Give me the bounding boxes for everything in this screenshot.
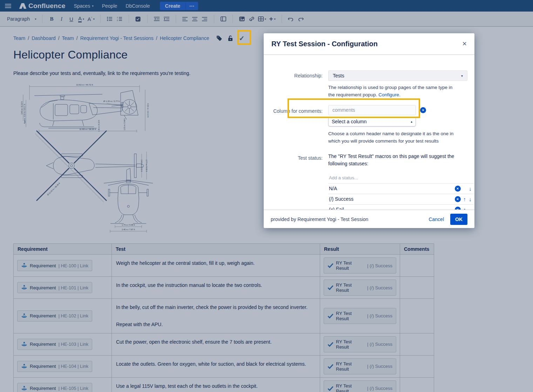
- column-comments-label: Column for comments:: [271, 105, 323, 153]
- status-description: The "RY Test Result" macros on this page…: [328, 153, 465, 167]
- relationship-help: The relationship is used to group pages …: [328, 84, 458, 99]
- status-row-success: (/) Success × ↑ ↓: [328, 194, 474, 204]
- move-down-icon[interactable]: ↓: [469, 186, 472, 192]
- move-down-icon[interactable]: ↓: [469, 196, 472, 202]
- remove-status-icon[interactable]: ×: [455, 196, 461, 202]
- move-up-icon[interactable]: ↑: [463, 196, 466, 202]
- ok-button[interactable]: OK: [450, 214, 467, 225]
- cancel-button[interactable]: Cancel: [429, 216, 444, 222]
- ry-config-modal: RY Test Session - Configuration × Relati…: [264, 33, 474, 228]
- provided-by-text: provided by Requirement Yogi - Test Sess…: [271, 216, 429, 222]
- configure-link[interactable]: Configure.: [378, 92, 400, 97]
- relationship-select[interactable]: Tests ▾: [328, 70, 467, 81]
- status-row-fail: (x) Fail × ↑: [328, 204, 474, 209]
- relationship-label: Relationship:: [271, 70, 323, 105]
- move-up-icon[interactable]: ↑: [463, 207, 466, 209]
- test-status-label: Test status:: [271, 153, 323, 209]
- clear-column-icon[interactable]: ×: [420, 107, 426, 113]
- chevron-up-icon: ▴: [411, 120, 412, 123]
- remove-status-icon[interactable]: ×: [455, 207, 461, 209]
- remove-status-icon[interactable]: ×: [455, 186, 461, 192]
- chevron-down-icon: ▾: [461, 74, 463, 78]
- close-icon[interactable]: ×: [462, 40, 467, 48]
- column-select[interactable]: Select a column ▴: [328, 117, 416, 126]
- column-comments-input[interactable]: [328, 105, 416, 115]
- add-status-input[interactable]: [328, 173, 474, 183]
- modal-title: RY Test Session - Configuration: [271, 40, 378, 48]
- status-row-na: N/A × ↓: [328, 183, 474, 194]
- column-help: Choose a column header name to designate…: [328, 130, 458, 145]
- status-list: N/A × ↓ (/) Success × ↑ ↓: [328, 173, 474, 209]
